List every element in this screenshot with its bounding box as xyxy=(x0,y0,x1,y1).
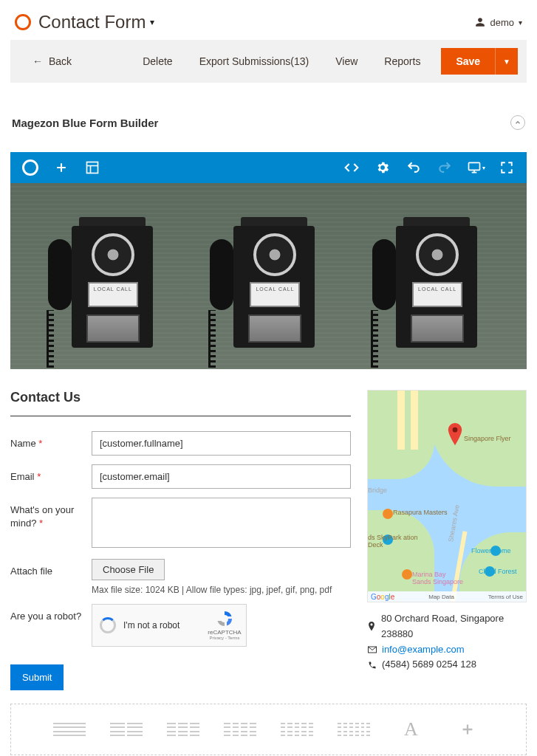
layout-2col-button[interactable] xyxy=(110,718,143,740)
brand-logo-icon xyxy=(15,14,31,30)
chevron-down-icon: ▾ xyxy=(150,17,154,27)
phone-illustration: LOCAL CALL xyxy=(51,195,162,357)
map-label: Flower Dome xyxy=(471,547,511,554)
templates-button[interactable] xyxy=(78,154,106,182)
spinner-icon xyxy=(100,617,116,633)
name-input[interactable] xyxy=(92,431,351,456)
action-toolbar: ← Back Delete Export Submissions(13) Vie… xyxy=(10,40,527,83)
form-heading: Contact Us xyxy=(10,390,351,416)
contact-email-link[interactable]: info@example.com xyxy=(382,642,464,658)
settings-button[interactable] xyxy=(369,154,397,182)
map-pin-icon xyxy=(448,423,462,445)
save-button-group: Save ▼ xyxy=(441,48,518,75)
map-label: Cloud Forest xyxy=(479,568,517,575)
layout-3col-button[interactable] xyxy=(167,718,199,740)
layout-1col-button[interactable] xyxy=(53,718,86,740)
map-data-link[interactable]: Map Data xyxy=(428,594,454,600)
titlebar: Contact Form ▾ demo ▾ xyxy=(0,0,537,40)
reports-button[interactable]: Reports xyxy=(371,47,434,75)
map-widget[interactable]: Singapore Flyer Rasapura Masters ds SkyP… xyxy=(367,390,527,602)
map-attribution: Google xyxy=(371,593,394,601)
element-palette: A xyxy=(10,704,527,755)
code-view-button[interactable] xyxy=(338,154,366,182)
phone-icon xyxy=(367,661,377,670)
contact-info-block: 80 Orchard Road, Singapore 238880 info@e… xyxy=(367,611,527,673)
sidebar-area: Singapore Flyer Rasapura Masters ds SkyP… xyxy=(367,390,527,690)
layout-6col-button[interactable] xyxy=(338,718,370,740)
add-element-button[interactable] xyxy=(47,154,75,182)
email-input[interactable] xyxy=(92,464,351,489)
map-label: Sheares Ave xyxy=(447,504,461,543)
export-submissions-button[interactable]: Export Submissions(13) xyxy=(186,47,323,75)
map-footer: Google Map Data Terms of Use xyxy=(368,591,526,602)
add-custom-button[interactable] xyxy=(451,718,484,740)
chevron-down-icon: ▼ xyxy=(503,58,510,66)
page-title-dropdown[interactable]: Contact Form ▾ xyxy=(38,12,154,32)
contact-address: 80 Orchard Road, Singapore 238880 xyxy=(381,611,527,642)
map-terms-link[interactable]: Terms of Use xyxy=(488,594,523,600)
save-button[interactable]: Save xyxy=(441,48,495,75)
editor-toolbar: ▾ xyxy=(10,152,527,183)
email-label: Email * xyxy=(10,464,92,484)
section-title: Magezon Blue Form Builder xyxy=(12,117,158,129)
back-button[interactable]: ← Back xyxy=(19,47,85,75)
user-name: demo xyxy=(490,17,514,28)
form-area: Contact Us Name * Email * Wha xyxy=(10,390,351,690)
phone-illustration: LOCAL CALL xyxy=(213,195,324,357)
phone-illustration: LOCAL CALL xyxy=(375,195,486,357)
fullscreen-button[interactable] xyxy=(493,154,521,182)
map-label: Singapore Flyer xyxy=(464,435,511,442)
message-label: What's on your mind? * xyxy=(10,498,92,530)
map-label: Bridge xyxy=(368,487,387,494)
view-label: View xyxy=(335,55,358,67)
undo-button[interactable] xyxy=(400,154,428,182)
map-poi-icon xyxy=(402,569,412,580)
save-dropdown-toggle[interactable]: ▼ xyxy=(495,48,518,75)
user-menu[interactable]: demo ▾ xyxy=(475,17,522,28)
contact-phone: (4584) 5689 0254 128 xyxy=(382,657,476,673)
delete-label: Delete xyxy=(143,55,172,67)
reports-label: Reports xyxy=(384,55,420,67)
user-icon xyxy=(475,17,485,27)
map-label: ds SkyPark ation Deck xyxy=(368,534,420,549)
svg-rect-1 xyxy=(468,162,479,170)
map-poi-icon xyxy=(383,509,393,519)
choose-file-button[interactable]: Choose File xyxy=(92,559,165,580)
save-label: Save xyxy=(456,55,480,67)
submit-button[interactable]: Submit xyxy=(10,664,64,690)
attach-label: Attach file xyxy=(10,559,92,578)
view-button[interactable]: View xyxy=(322,47,371,75)
editor-logo-icon xyxy=(16,154,44,182)
recaptcha-label: I'm not a robot xyxy=(123,620,179,630)
message-textarea[interactable] xyxy=(92,498,351,548)
banner-image: LOCAL CALL LOCAL CALL LOCAL CALL xyxy=(10,183,527,369)
export-label: Export Submissions(13) xyxy=(199,55,309,67)
chevron-down-icon: ▾ xyxy=(519,18,522,27)
collapse-toggle[interactable] xyxy=(510,115,525,130)
page-title-text: Contact Form xyxy=(38,12,146,32)
svg-rect-0 xyxy=(87,162,98,173)
recaptcha-logo-icon xyxy=(215,609,234,628)
arrow-left-icon: ← xyxy=(33,55,43,67)
section-header: Magezon Blue Form Builder xyxy=(0,100,537,136)
responsive-preview-button[interactable]: ▾ xyxy=(462,154,490,182)
delete-button[interactable]: Delete xyxy=(129,47,185,75)
svg-point-2 xyxy=(453,427,458,433)
recaptcha-brand: reCAPTCHA Privacy - Terms xyxy=(208,609,242,642)
location-pin-icon xyxy=(367,622,377,632)
robot-label: Are you a robot? xyxy=(10,604,92,623)
file-hint-text: Max file size: 1024 KB | Allow file type… xyxy=(92,585,351,595)
map-label: Rasapura Masters xyxy=(393,509,448,516)
layout-4col-button[interactable] xyxy=(224,718,256,740)
recaptcha-widget[interactable]: I'm not a robot reCAPTCHA Privacy - Term… xyxy=(92,604,247,647)
text-element-button[interactable]: A xyxy=(394,718,427,740)
map-label: Marina Bay Sands Singapore xyxy=(412,571,464,585)
name-label: Name * xyxy=(10,431,92,450)
envelope-icon xyxy=(367,646,377,653)
redo-button[interactable] xyxy=(431,154,459,182)
layout-5col-button[interactable] xyxy=(281,718,313,740)
back-label: Back xyxy=(49,55,72,67)
